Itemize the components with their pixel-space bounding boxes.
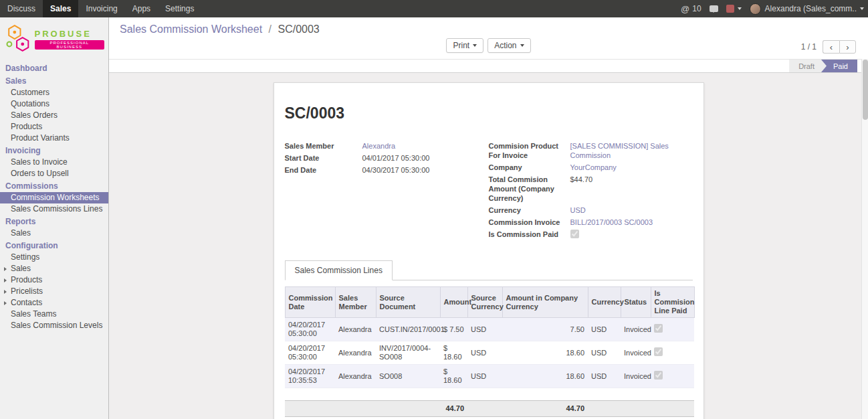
pager-next-button[interactable]: › — [839, 40, 856, 54]
field-start-date: Start Date 04/01/2017 05:30:00 — [285, 152, 482, 164]
expand-icon — [4, 267, 7, 271]
col-currency[interactable]: Currency — [588, 287, 621, 318]
breadcrumb-parent[interactable]: Sales Commission Worksheet — [120, 23, 262, 35]
sidebar-item-contacts[interactable]: Contacts — [0, 297, 108, 309]
cell-status: Invoiced — [621, 365, 651, 388]
col-sales-member[interactable]: Sales Member — [335, 287, 376, 318]
user-name: Alexandra (Sales_comm.. — [765, 4, 857, 13]
systray-extra-button[interactable] — [726, 5, 742, 13]
activities-button[interactable]: @ 10 — [681, 4, 701, 14]
field-is-commission-paid: Is Commission Paid — [489, 228, 686, 240]
messages-button[interactable] — [710, 5, 718, 12]
print-button[interactable]: Print — [446, 38, 483, 53]
sidebar-item-reports-sales[interactable]: Sales — [0, 228, 108, 239]
menu-discuss[interactable]: Discuss — [0, 0, 43, 17]
left-field-group: Sales Member Alexandra Start Date 04/01/… — [285, 140, 489, 240]
notebook-tabs: Sales Commission Lines — [285, 260, 693, 280]
user-menu[interactable]: Alexandra (Sales_comm.. — [750, 3, 864, 15]
field-label: Sales Member — [285, 141, 362, 151]
sidebar-nav: Dashboard Sales Customers Quotations Sal… — [0, 62, 108, 331]
sidebar-item-config-products[interactable]: Products — [0, 274, 108, 286]
expand-icon — [4, 278, 7, 282]
chevron-down-icon — [860, 7, 864, 10]
sidebar-item-commission-worksheets[interactable]: Commission Worksheets — [0, 192, 108, 203]
commission-product-link[interactable]: [SALES COMMISSION] Sales Commission — [570, 141, 686, 160]
field-end-date: End Date 04/30/2017 05:30:00 — [285, 164, 482, 176]
sidebar-item-label: Pricelists — [11, 287, 43, 296]
sidebar-section-configuration[interactable]: Configuration — [0, 239, 108, 252]
menu-apps[interactable]: Apps — [125, 0, 158, 17]
state-paid[interactable]: Paid — [821, 60, 857, 72]
sidebar-item-quotations[interactable]: Quotations — [0, 98, 108, 110]
sidebar-section-invoicing[interactable]: Invoicing — [0, 144, 108, 157]
sidebar-section-commissions[interactable]: Commissions — [0, 179, 108, 192]
control-panel-buttons: Print Action — [109, 38, 868, 53]
form-sheet: SC/0003 Sales Member Alexandra Start Dat… — [274, 82, 704, 419]
menu-settings[interactable]: Settings — [158, 0, 201, 17]
breadcrumb-separator: / — [269, 23, 272, 35]
commission-invoice-link[interactable]: BILL/2017/0003 SC/0003 — [570, 218, 653, 227]
sidebar-item-product-variants[interactable]: Product Variants — [0, 133, 108, 144]
sidebar-item-pricelists[interactable]: Pricelists — [0, 286, 108, 297]
sidebar-item-sales-commissions-lines[interactable]: Sales Commissions Lines — [0, 203, 108, 215]
table-header-row: Commission Date Sales Member Source Docu… — [285, 287, 694, 318]
col-commission-date[interactable]: Commission Date — [285, 287, 335, 318]
cell-status: Invoiced — [621, 318, 651, 341]
tab-sales-commission-lines[interactable]: Sales Commission Lines — [285, 260, 393, 280]
field-label: Company — [489, 163, 570, 172]
topbar: Discuss Sales Invoicing Apps Settings @ … — [0, 0, 868, 17]
field-label: Commission Invoice — [489, 218, 570, 227]
cell-status: Invoiced — [621, 341, 651, 365]
menu-invoicing[interactable]: Invoicing — [78, 0, 124, 17]
table-row[interactable]: 04/20/2017 10:35:53 Alexandra SO008 $ 18… — [285, 365, 694, 388]
table-row[interactable]: 04/20/2017 05:30:00 Alexandra INV/2017/0… — [285, 341, 694, 365]
scrollbar-thumb[interactable] — [863, 60, 868, 120]
line-paid-checkbox[interactable] — [654, 324, 663, 333]
currency-link[interactable]: USD — [570, 205, 586, 215]
sales-member-link[interactable]: Alexandra — [362, 141, 396, 151]
sidebar-item-sales-commission-levels[interactable]: Sales Commission Levels — [0, 320, 108, 331]
sidebar-item-label: Products — [11, 276, 42, 284]
is-commission-paid-checkbox[interactable] — [570, 230, 579, 238]
chat-bubble-icon — [710, 5, 718, 12]
sidebar-section-dashboard[interactable]: Dashboard — [0, 62, 108, 74]
col-is-commission-line-paid[interactable]: Is Commision Line Paid — [651, 287, 694, 318]
vertical-scrollbar[interactable] — [861, 59, 868, 419]
sidebar-item-customers[interactable]: Customers — [0, 87, 108, 98]
field-company: Company YourCompany — [489, 161, 686, 173]
company-link[interactable]: YourCompany — [570, 163, 617, 172]
col-amount-company-currency[interactable]: Amount in Company Currency — [502, 287, 588, 318]
chevron-down-icon — [738, 7, 742, 10]
sidebar-item-label: Sales — [11, 264, 31, 273]
systray-icon — [726, 5, 734, 13]
sidebar-section-reports[interactable]: Reports — [0, 215, 108, 228]
sidebar-item-sales-to-invoice[interactable]: Sales to Invoice — [0, 157, 108, 168]
cell-paid — [651, 318, 694, 341]
expand-icon — [4, 290, 7, 294]
action-button[interactable]: Action — [487, 38, 530, 53]
state-draft[interactable]: Draft — [789, 60, 827, 72]
sidebar-item-sales-orders[interactable]: Sales Orders — [0, 110, 108, 121]
cell-source-currency: USD — [467, 318, 502, 341]
sidebar-section-sales[interactable]: Sales — [0, 74, 108, 87]
cell-company-amount: 18.60 — [502, 365, 588, 388]
line-paid-checkbox[interactable] — [654, 371, 663, 380]
line-paid-checkbox[interactable] — [654, 347, 663, 356]
form-view: SC/0003 Sales Member Alexandra Start Dat… — [109, 73, 868, 419]
col-amount[interactable]: Amount — [440, 287, 467, 318]
activity-count: 10 — [692, 4, 701, 13]
col-status[interactable]: Status — [621, 287, 651, 318]
sidebar-item-settings[interactable]: Settings — [0, 252, 108, 263]
total-commission-amount-value: $44.70 — [570, 175, 593, 184]
field-label: Is Commission Paid — [489, 230, 570, 239]
field-label: Total Commision Amount (Company Currency… — [489, 175, 570, 203]
sidebar-item-products[interactable]: Products — [0, 121, 108, 133]
table-row[interactable]: 04/20/2017 05:30:00 Alexandra CUST.IN/20… — [285, 318, 694, 341]
col-source-document[interactable]: Source Document — [376, 287, 440, 318]
col-source-currency[interactable]: Source Currency — [467, 287, 502, 318]
sidebar-item-sales-teams[interactable]: Sales Teams — [0, 309, 108, 320]
pager-previous-button[interactable]: ‹ — [823, 40, 839, 54]
menu-sales[interactable]: Sales — [43, 0, 78, 17]
sidebar-item-config-sales[interactable]: Sales — [0, 263, 108, 274]
sidebar-item-orders-to-upsell[interactable]: Orders to Upsell — [0, 168, 108, 179]
